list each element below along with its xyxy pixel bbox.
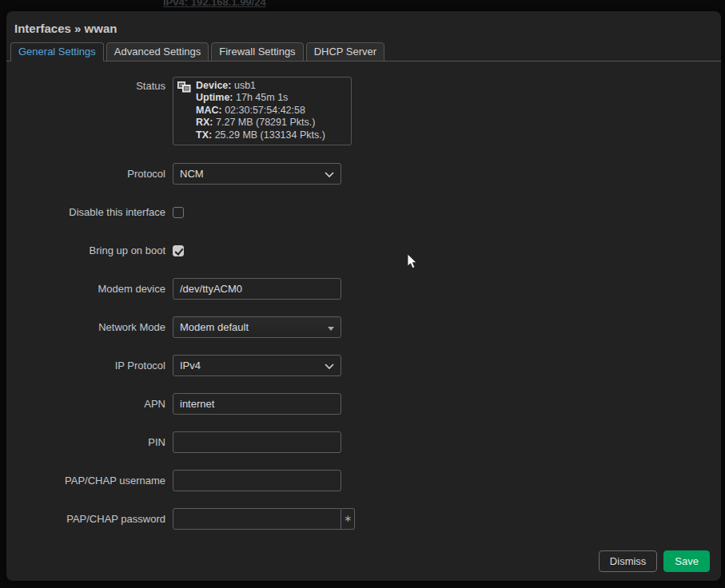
ip-protocol-select[interactable]: IPv4 <box>173 355 341 376</box>
password-reveal-toggle[interactable]: ∗ <box>341 508 355 530</box>
page-title: Interfaces » wwan <box>14 22 117 35</box>
settings-tabbar: General Settings Advanced Settings Firew… <box>6 42 721 62</box>
tab-advanced-settings[interactable]: Advanced Settings <box>106 42 209 62</box>
ip-protocol-selected-value: IPv4 <box>180 360 201 371</box>
disable-interface-checkbox[interactable] <box>173 207 184 218</box>
pin-input[interactable] <box>173 431 341 453</box>
disable-interface-label: Disable this interface <box>6 206 165 218</box>
network-mode-combobox[interactable]: Modem default <box>173 316 341 338</box>
status-line-tx: TX: 25.29 MB (133134 Pkts.) <box>196 129 347 141</box>
ip-protocol-row: IP Protocol IPv4 <box>6 355 721 376</box>
apn-label: APN <box>6 398 165 410</box>
pap-chap-password-group: ∗ <box>173 508 355 530</box>
triangle-down-icon <box>328 321 334 333</box>
modem-device-label: Modem device <box>6 283 165 295</box>
status-label: Status <box>6 77 165 93</box>
chevron-down-icon <box>325 168 334 180</box>
pap-chap-password-row: PAP/CHAP password ∗ <box>6 508 721 530</box>
tab-general-settings[interactable]: General Settings <box>10 42 104 62</box>
bring-up-on-boot-row: Bring up on boot <box>6 240 721 261</box>
status-line-device: Device: usb1 <box>196 80 347 92</box>
pap-chap-username-row: PAP/CHAP username <box>6 470 721 491</box>
status-line-mac: MAC: 02:30:57:54:42:58 <box>196 105 347 117</box>
pin-row: PIN <box>6 431 721 453</box>
dismiss-button[interactable]: Dismiss <box>599 550 658 572</box>
ip-protocol-label: IP Protocol <box>6 360 165 371</box>
bring-up-on-boot-label: Bring up on boot <box>6 244 165 256</box>
bring-up-on-boot-checkbox[interactable] <box>173 245 184 256</box>
status-row: Status Device: usb1 Uptime: 17h 45m 1s M… <box>6 77 721 145</box>
modem-device-row: Modem device <box>6 278 721 300</box>
disable-interface-row: Disable this interface <box>6 201 721 223</box>
modem-device-input[interactable] <box>173 278 341 300</box>
pap-chap-username-label: PAP/CHAP username <box>6 475 165 487</box>
tab-firewall-settings[interactable]: Firewall Settings <box>211 42 303 62</box>
ethernet-device-icon <box>177 81 191 96</box>
dialog-footer: Dismiss Save <box>599 550 710 572</box>
pap-chap-username-input[interactable] <box>173 470 341 491</box>
network-mode-label: Network Mode <box>6 321 165 333</box>
background-interface-ip-text: IPv4: 192.168.1.99/24 <box>163 0 266 8</box>
pin-label: PIN <box>6 436 165 448</box>
interface-config-dialog: Interfaces » wwan General Settings Advan… <box>6 11 721 581</box>
apn-row: APN <box>6 393 721 415</box>
save-button[interactable]: Save <box>663 550 710 572</box>
status-line-uptime: Uptime: 17h 45m 1s <box>196 92 347 104</box>
pap-chap-password-label: PAP/CHAP password <box>6 513 165 525</box>
apn-input[interactable] <box>173 393 341 415</box>
tab-dhcp-server[interactable]: DHCP Server <box>306 42 385 62</box>
network-mode-selected-value: Modem default <box>180 321 249 333</box>
pap-chap-password-input[interactable] <box>173 508 341 530</box>
protocol-selected-value: NCM <box>180 168 204 180</box>
status-line-rx: RX: 7.27 MB (78291 Pkts.) <box>196 117 347 129</box>
protocol-label: Protocol <box>6 168 165 180</box>
protocol-row: Protocol NCM <box>6 163 721 185</box>
interface-status-box: Device: usb1 Uptime: 17h 45m 1s MAC: 02:… <box>173 77 352 145</box>
network-mode-row: Network Mode Modem default <box>6 316 721 338</box>
chevron-down-icon <box>325 360 334 371</box>
protocol-select[interactable]: NCM <box>173 163 341 185</box>
